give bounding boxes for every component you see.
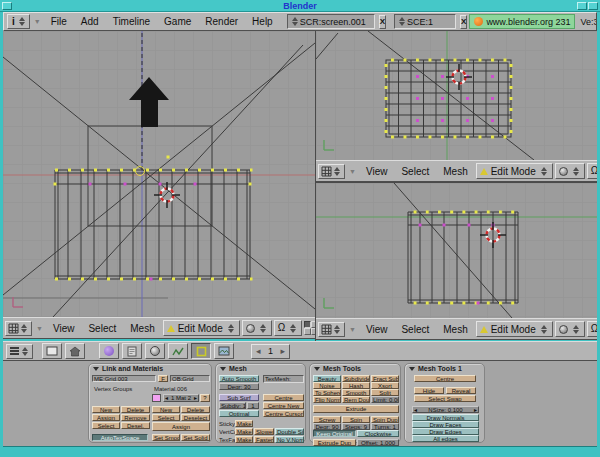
collapse-menu-icon[interactable]: ▼ xyxy=(32,18,43,25)
menu-game[interactable]: Game xyxy=(158,16,197,27)
draw-type-dropdown[interactable] xyxy=(555,321,585,337)
menu-help[interactable]: Help xyxy=(246,16,279,27)
menu-view[interactable]: View xyxy=(360,324,394,335)
panel-header[interactable]: Mesh xyxy=(216,364,305,373)
collapse-header-icon[interactable]: ▼ xyxy=(34,325,45,332)
frame-counter[interactable]: ◂ 1 ▸ xyxy=(251,344,290,359)
shading-context-button[interactable] xyxy=(145,343,165,359)
menu-view[interactable]: View xyxy=(360,166,394,177)
menu-add[interactable]: Add xyxy=(75,16,105,27)
screen-selector[interactable]: SCR:screen.001 xyxy=(287,14,375,29)
fake-user-button[interactable]: F xyxy=(158,375,168,382)
menu-mesh[interactable]: Mesh xyxy=(124,323,160,334)
pivot-dropdown[interactable]: Ω xyxy=(587,163,597,179)
hide-button[interactable]: Hide xyxy=(414,387,444,394)
menu-select[interactable]: Select xyxy=(82,323,122,334)
auto-smooth-toggle[interactable]: Auto Smooth xyxy=(219,375,259,382)
panel-collapse-icon[interactable] xyxy=(93,367,99,371)
editor-type-button[interactable] xyxy=(318,322,345,337)
viewport-front-canvas[interactable] xyxy=(3,31,315,317)
vgroup-select-button[interactable]: Select xyxy=(92,422,120,429)
material-question-button[interactable]: ? xyxy=(200,394,210,402)
script-context-button[interactable] xyxy=(122,343,142,359)
all-edges-toggle[interactable]: All edges xyxy=(412,435,479,442)
mesh-datablock-field[interactable]: ME:Grid.003 xyxy=(92,375,156,382)
draw-type-dropdown[interactable] xyxy=(555,163,585,179)
texmesh-field[interactable]: TexMesh: xyxy=(263,375,304,383)
collapse-header-icon[interactable]: ▼ xyxy=(347,168,358,175)
steps-spinner[interactable]: Steps: 9 xyxy=(342,423,370,430)
editor-type-button[interactable] xyxy=(6,344,33,359)
panel-collapse-icon[interactable] xyxy=(220,367,226,371)
pivot-dropdown[interactable]: Ω xyxy=(274,320,302,336)
material-index-spinner[interactable]: ◂1 Mat 2▸ xyxy=(163,394,199,402)
editor-divider[interactable] xyxy=(315,31,316,341)
no-vnormal-flip-toggle[interactable]: No V.Normal Flip xyxy=(275,436,304,443)
scene-delete-button[interactable]: X xyxy=(460,15,467,29)
info-window-button[interactable]: i xyxy=(7,14,30,29)
faster-draw-button[interactable]: FasterD xyxy=(254,436,274,443)
draw-edges-toggle[interactable]: Draw Edges xyxy=(412,428,479,435)
screen-name[interactable]: SCR:screen.001 xyxy=(300,17,372,27)
draw-faces-toggle[interactable]: Draw Faces xyxy=(412,421,479,428)
frame-prev-icon[interactable]: ◂ xyxy=(256,346,261,356)
panel-header[interactable]: Mesh Tools xyxy=(310,364,400,373)
subdivide-button[interactable]: Subdivide xyxy=(342,375,370,382)
mode-dropdown[interactable]: Edit Mode xyxy=(163,320,240,336)
panel-collapse-icon[interactable] xyxy=(409,367,415,371)
subdiv-spinner[interactable]: Subdiv: 1 xyxy=(219,402,246,409)
nsize-spinner[interactable]: ◂NSize: 0.100▸ xyxy=(412,406,479,413)
centre-cursor-button[interactable]: Centre Cursor xyxy=(263,410,304,417)
menu-select[interactable]: Select xyxy=(395,166,435,177)
extrude-dup-button[interactable]: Extrude Dup xyxy=(313,439,356,446)
layer-buttons-group-1[interactable] xyxy=(304,321,315,335)
offset-spinner[interactable]: Offset: 1.000 xyxy=(357,439,399,446)
editor-type-stepper[interactable] xyxy=(19,17,25,26)
draw-normals-toggle[interactable]: Draw Normals xyxy=(412,414,479,421)
menu-select[interactable]: Select xyxy=(395,324,435,335)
flip-normals-button[interactable]: Flip Norm xyxy=(313,396,341,403)
reveal-button[interactable]: Reveal xyxy=(446,387,476,394)
degr-spinner[interactable]: Degr: 30 xyxy=(219,383,259,390)
vgroup-deselect-button[interactable]: Desel. xyxy=(121,422,150,429)
vgroup-new-button[interactable]: New xyxy=(92,406,120,413)
menu-view[interactable]: View xyxy=(47,323,81,334)
extrude-button[interactable]: Extrude xyxy=(313,405,399,413)
split-button[interactable]: Split xyxy=(371,389,399,396)
panel-mesh-tools-1[interactable]: Mesh Tools 1 Centre Hide Reveal Select S… xyxy=(404,363,485,443)
hash-button[interactable]: Hash xyxy=(342,382,370,389)
home-button[interactable] xyxy=(65,343,85,359)
material-deselect-button[interactable]: Deselect xyxy=(181,414,210,421)
select-swap-button[interactable]: Select Swap xyxy=(414,395,476,402)
set-smooth-button[interactable]: Set Smoo xyxy=(152,434,180,441)
centre-new-button[interactable]: Centre New xyxy=(263,402,304,409)
pivot-dropdown[interactable]: Ω xyxy=(587,321,597,337)
xsort-button[interactable]: Xsort xyxy=(371,382,399,389)
vgroup-remove-button[interactable]: Remove xyxy=(121,414,150,421)
menu-mesh[interactable]: Mesh xyxy=(437,166,473,177)
turns-spinner[interactable]: Turns: 1 xyxy=(371,423,399,430)
object-name-field[interactable]: OB:Grid xyxy=(170,375,210,382)
centre-view-button[interactable]: Centre xyxy=(414,375,476,382)
scene-browse-stepper[interactable] xyxy=(399,17,405,26)
panel-header[interactable]: Link and Materials xyxy=(89,364,211,373)
panel-header[interactable]: Mesh Tools 1 xyxy=(405,364,484,373)
spin-button[interactable]: Spin xyxy=(342,416,370,423)
centre-button[interactable]: Centre xyxy=(263,394,304,401)
screw-button[interactable]: Screw xyxy=(313,416,341,423)
menu-file[interactable]: File xyxy=(45,16,73,27)
material-delete-button[interactable]: Delete xyxy=(181,406,210,413)
limit-spinner[interactable]: Limit: 0.001 xyxy=(371,396,399,403)
menu-render[interactable]: Render xyxy=(199,16,244,27)
material-new-button[interactable]: New xyxy=(152,406,180,413)
screen-delete-button[interactable]: X xyxy=(379,15,386,29)
mode-dropdown[interactable]: Edit Mode xyxy=(476,163,553,179)
texface-make-button[interactable]: Make xyxy=(235,436,253,443)
double-sided-toggle[interactable]: Double Sided xyxy=(275,428,304,435)
mode-dropdown[interactable]: Edit Mode xyxy=(476,321,553,337)
screen-browse-stepper[interactable] xyxy=(292,17,298,26)
editor-divider[interactable] xyxy=(316,182,597,183)
sticky-make-button[interactable]: Make xyxy=(235,420,253,427)
fract-sub-button[interactable]: Fract Sub xyxy=(371,375,399,382)
viewport-front[interactable] xyxy=(3,31,315,317)
